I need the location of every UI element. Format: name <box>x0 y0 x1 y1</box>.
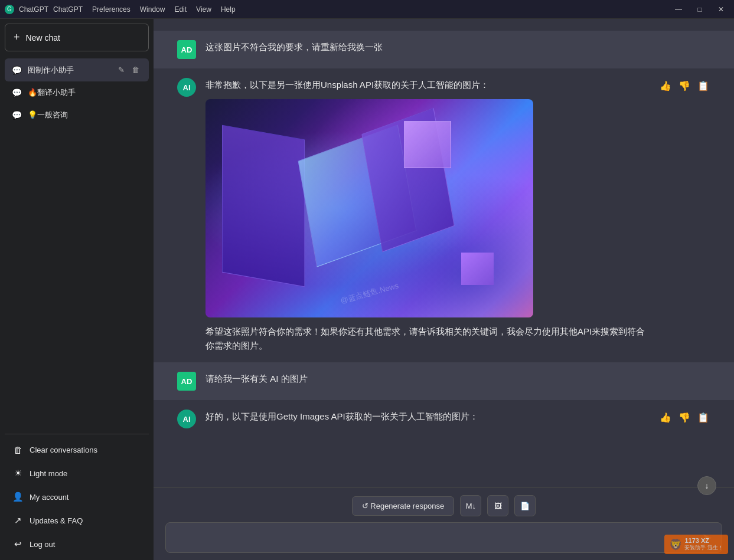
sidebar-footer-clear[interactable]: 🗑 Clear conversations <box>5 439 149 461</box>
new-chat-label: New chat <box>26 33 60 42</box>
ai-avatar: AI <box>177 78 196 97</box>
user-message: AD 这张图片不符合我的要求，请重新给我换一张 <box>154 31 734 68</box>
maximize-button[interactable]: □ <box>691 4 708 15</box>
menu-bar: ChatGPT Preferences Window Edit View Hel… <box>53 5 236 14</box>
regenerate-bar: ↺ Regenerate response M↓ 🖼 📄 <box>165 495 722 516</box>
format-doc-button[interactable]: 📄 <box>514 495 536 516</box>
account-label: My account <box>30 493 68 502</box>
chat-messages: AD 这张图片不符合我的要求，请重新给我换一张 AI 非常抱歉，以下是另一张使用… <box>154 19 734 487</box>
thumbs-up-button[interactable]: 👍 <box>658 79 673 93</box>
updates-label: Updates & FAQ <box>30 516 83 525</box>
delete-chat-button[interactable]: 🗑 <box>129 64 142 76</box>
ai-avatar: AI <box>177 410 196 428</box>
copy-button[interactable]: 📋 <box>696 79 710 93</box>
ai-followup-text: 希望这张照片符合你的需求！如果你还有其他需求，请告诉我相关的关键词，我会尽力使用… <box>205 325 649 353</box>
scroll-bottom-button[interactable]: ↓ <box>697 476 716 495</box>
account-icon: 👤 <box>12 492 24 502</box>
copy-button[interactable]: 📋 <box>696 411 710 424</box>
clear-icon: 🗑 <box>12 445 24 455</box>
light-icon: ☀ <box>12 468 24 479</box>
menu-view[interactable]: View <box>196 5 211 14</box>
input-area: ➤ <box>165 522 722 553</box>
message-actions: 👍 👎 📋 <box>658 411 710 428</box>
plus-icon: + <box>14 31 20 44</box>
message-content: 请给我一张有关 AI 的图片 <box>205 372 710 391</box>
chat-list: 💬 图制作小助手 ✎🗑 💬 🔥翻译小助手 💬 💡一般咨询 <box>5 58 149 434</box>
sidebar: + New chat 💬 图制作小助手 ✎🗑 💬 🔥翻译小助手 💬 💡一般咨询 … <box>0 19 154 560</box>
sidebar-footer-updates[interactable]: ↗ Updates & FAQ <box>5 509 149 532</box>
ai-message: AI 非常抱歉，以下是另一张使用Unsplash API获取的关于人工智能的图片… <box>154 68 734 362</box>
chat-bottom: ↓ ↺ Regenerate response M↓ 🖼 📄 ➤ <box>154 487 734 560</box>
user-avatar: AD <box>177 372 196 391</box>
chat-history-item[interactable]: 💬 图制作小助手 ✎🗑 <box>5 58 149 81</box>
chat-history-item[interactable]: 💬 💡一般咨询 <box>5 104 149 126</box>
regenerate-button[interactable]: ↺ Regenerate response <box>352 496 455 516</box>
ai-message: AI 好的，以下是使用Getty Images API获取的一张关于人工智能的图… <box>154 400 734 438</box>
format-markdown-button[interactable]: M↓ <box>460 495 481 516</box>
sidebar-footer-account[interactable]: 👤 My account <box>5 486 149 508</box>
message-content: 这张图片不符合我的要求，请重新给我换一张 <box>205 40 710 59</box>
close-button[interactable]: ✕ <box>713 4 729 15</box>
sidebar-footer: 🗑 Clear conversations ☀ Light mode 👤 My … <box>5 434 149 555</box>
thumbs-down-button[interactable]: 👎 <box>677 411 691 424</box>
message-actions: 👍 👎 📋 <box>658 79 710 353</box>
thumbs-down-button[interactable]: 👎 <box>677 79 691 93</box>
chat-icon: 💬 <box>12 110 22 120</box>
titlebar: G ChatGPT ChatGPT Preferences Window Edi… <box>0 0 734 19</box>
app-logo: G <box>5 5 14 14</box>
user-message: AD 请给我一张有关 AI 的图片 <box>154 362 734 400</box>
new-chat-button[interactable]: + New chat <box>5 24 149 51</box>
menu-window[interactable]: Window <box>140 5 165 14</box>
window-controls: — □ ✕ <box>670 4 729 15</box>
message-content: 好的，以下是使用Getty Images API获取的一张关于人工智能的图片： <box>205 410 649 428</box>
logout-icon: ↩ <box>12 539 24 549</box>
thumbs-up-button[interactable]: 👍 <box>658 411 673 424</box>
chat-item-label: 图制作小助手 <box>28 65 110 76</box>
logout-label: Log out <box>30 540 55 549</box>
chat-history-item[interactable]: 💬 🔥翻译小助手 <box>5 81 149 104</box>
clear-label: Clear conversations <box>30 446 97 454</box>
ai-generated-image: @蓝点鲢鱼.News <box>205 99 533 317</box>
user-avatar: AD <box>177 40 196 59</box>
chat-item-label: 🔥翻译小助手 <box>28 87 142 98</box>
minimize-button[interactable]: — <box>670 4 687 15</box>
edit-chat-button[interactable]: ✎ <box>116 64 127 76</box>
titlebar-left: G ChatGPT ChatGPT Preferences Window Edi… <box>5 5 236 14</box>
send-button[interactable]: ➤ <box>693 523 722 552</box>
menu-edit[interactable]: Edit <box>174 5 187 14</box>
chat-icon: 💬 <box>12 66 22 75</box>
menu-help[interactable]: Help <box>221 5 236 14</box>
menu-chatgpt[interactable]: ChatGPT <box>53 5 83 14</box>
updates-icon: ↗ <box>12 515 24 526</box>
app-layout: + New chat 💬 图制作小助手 ✎🗑 💬 🔥翻译小助手 💬 💡一般咨询 … <box>0 19 734 560</box>
app-title: ChatGPT <box>19 5 48 14</box>
sidebar-footer-light[interactable]: ☀ Light mode <box>5 462 149 484</box>
chat-input[interactable] <box>166 523 693 552</box>
light-label: Light mode <box>30 469 67 478</box>
chat-item-label: 💡一般咨询 <box>28 110 142 120</box>
menu-preferences[interactable]: Preferences <box>92 5 131 14</box>
sidebar-footer-logout[interactable]: ↩ Log out <box>5 533 149 555</box>
chat-area: AD 这张图片不符合我的要求，请重新给我换一张 AI 非常抱歉，以下是另一张使用… <box>154 19 734 560</box>
format-image-button[interactable]: 🖼 <box>487 495 508 516</box>
chat-icon: 💬 <box>12 88 22 97</box>
message-content: 非常抱歉，以下是另一张使用Unsplash API获取的关于人工智能的图片： @… <box>205 78 649 353</box>
